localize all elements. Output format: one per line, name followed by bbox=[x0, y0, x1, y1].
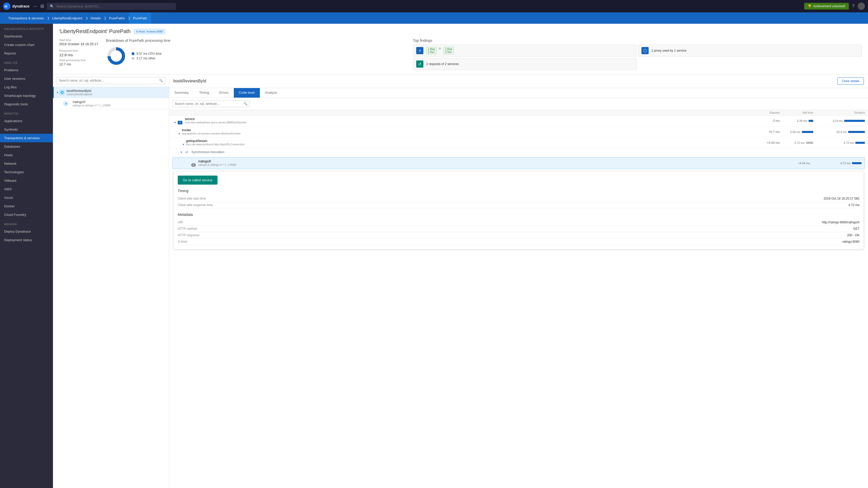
sidebar-item-create-custom-chart[interactable]: Create custom chart bbox=[0, 40, 53, 49]
user-avatar[interactable] bbox=[858, 3, 865, 10]
finding-card-proxy[interactable]: ⬡ 1 proxy used by 1 service bbox=[638, 45, 862, 57]
breadcrumb-liberty[interactable]: LibertyRestEndpoint bbox=[48, 12, 87, 24]
service-row-duration-val: 4.72 ms bbox=[840, 162, 850, 165]
tab-timing[interactable]: Timing bbox=[194, 88, 214, 98]
tree-search-input[interactable] bbox=[59, 79, 158, 83]
expand-icon-getinputstream[interactable]: ▾ bbox=[183, 143, 184, 146]
sidebar-item-technologies[interactable]: Technologies bbox=[0, 168, 53, 176]
sidebar-item-user-sessions[interactable]: User sessions bbox=[0, 74, 53, 83]
tab-code-level[interactable]: Code level bbox=[234, 88, 260, 98]
code-row-service[interactable]: ▾ S service com.ibm.websphere.jaxrs.serv… bbox=[169, 116, 868, 127]
tab-errors[interactable]: Errors bbox=[214, 88, 234, 98]
tree-item-text-ratings: /ratings/0 ratings.js ratings-v*-* [...]… bbox=[72, 100, 111, 107]
breadcrumb: Transactions & services LibertyRestEndpo… bbox=[0, 12, 868, 24]
col-header-name bbox=[172, 111, 754, 114]
uri-row: URI http://ratings:9080/ratings/0 bbox=[178, 219, 860, 226]
back-button[interactable]: ← bbox=[33, 4, 38, 9]
sidebar-item-deployment-status[interactable]: Deployment status bbox=[0, 236, 53, 244]
tab-summary[interactable]: Summary bbox=[169, 88, 194, 98]
legend-cpu-dot bbox=[132, 53, 134, 55]
page-title-row: 'LibertyRestEndpoint' PurePath X-Host: r… bbox=[59, 28, 862, 34]
sidebar-item-synthetic[interactable]: Synthetic bbox=[0, 125, 53, 134]
breadcrumb-purepath[interactable]: PurePath bbox=[129, 12, 151, 24]
search-bar[interactable]: 🔍 bbox=[47, 3, 176, 10]
invoke-class: org.apache.cxf.service.invoker.AbstractI… bbox=[182, 132, 241, 135]
page-meta-block: Start time 2018 October 18 16:25:17 Resp… bbox=[59, 38, 98, 66]
expand-icon-invoke[interactable]: ▾ bbox=[179, 132, 180, 135]
sidebar-item-aws[interactable]: AWS bbox=[0, 185, 53, 193]
split-panel: 🔍 ▾ 🌐 bookReviewsById LibertyRestEndpoin… bbox=[53, 74, 868, 488]
legend-other-dot bbox=[132, 57, 134, 60]
uri-label: URI bbox=[178, 221, 183, 224]
service-duration: 12.8 ms bbox=[813, 119, 865, 122]
finding-card-req1[interactable]: ≡ 1 Req1 Svc ⚙ 1 Req1 Svc bbox=[413, 45, 637, 57]
search-input[interactable] bbox=[56, 4, 173, 8]
getinputstream-selftime: 3.72 ms bbox=[780, 141, 813, 144]
sidebar-item-azure[interactable]: Azure bbox=[0, 193, 53, 202]
service-duration-val: 12.8 ms bbox=[832, 119, 843, 122]
breakdown-title: Breakdown of PurePath processing time bbox=[106, 38, 405, 43]
sidebar-item-deploy[interactable]: Deploy Dynatrace bbox=[0, 227, 53, 236]
sync-icon: ⇄ bbox=[185, 150, 188, 154]
invoke-name: invoke bbox=[182, 128, 241, 132]
sidebar-item-smartscape[interactable]: Smartscape topology bbox=[0, 91, 53, 100]
code-row-name-invoke: ▾ invoke org.apache.cxf.service.invoker.… bbox=[179, 128, 754, 135]
breadcrumb-transactions-services[interactable]: Transactions & services bbox=[4, 12, 48, 24]
expand-icon-service[interactable]: ▾ bbox=[175, 121, 176, 124]
page-header: 'LibertyRestEndpoint' PurePath X-Host: r… bbox=[53, 24, 868, 74]
sidebar-item-databases[interactable]: Databases bbox=[0, 142, 53, 151]
tree-item-ratings[interactable]: ⚙ /ratings/0 ratings.js ratings-v*-* [..… bbox=[53, 98, 169, 109]
client-start-row: Client-side start time 2018 Oct 18 16:25… bbox=[178, 195, 860, 202]
sidebar-item-docker[interactable]: Docker bbox=[0, 202, 53, 210]
app-logo[interactable]: dt dynatrace bbox=[3, 3, 29, 10]
code-row-getinputstream[interactable]: ▾ getInputStream sun.net.www.protocol.ht… bbox=[169, 137, 868, 148]
grid-icon[interactable]: ⊞ bbox=[40, 3, 44, 9]
tab-bar: Summary Timing Errors Code level Analyze bbox=[169, 88, 868, 98]
breadcrumb-details[interactable]: Details bbox=[87, 12, 105, 24]
invoke-selftime: 5.65 ms bbox=[780, 130, 813, 133]
sidebar-item-vmware[interactable]: VMware bbox=[0, 176, 53, 185]
svg-text:dt: dt bbox=[4, 5, 7, 8]
sidebar-section-monitor: Monitor Applications Synthetic Transacti… bbox=[0, 108, 53, 219]
getinputstream-duration-bar bbox=[855, 142, 865, 144]
http-method-label: HTTP method bbox=[178, 227, 197, 231]
tab-analyze[interactable]: Analyze bbox=[260, 88, 282, 98]
code-row-invoke[interactable]: ▾ invoke org.apache.cxf.service.invoker.… bbox=[169, 127, 868, 137]
invoke-duration-val: 10.4 ms bbox=[836, 130, 846, 133]
sidebar-item-log-files[interactable]: Log files bbox=[0, 83, 53, 91]
service-type-badge: S bbox=[178, 121, 182, 125]
sidebar-item-dashboards[interactable]: Dashboards bbox=[0, 32, 53, 40]
tree-item-name-bookreviews: bookReviewsById bbox=[67, 89, 92, 93]
sync-expand-icon[interactable]: ▾ bbox=[181, 151, 182, 154]
sidebar-item-diagnostic[interactable]: Diagnostic tools bbox=[0, 100, 53, 108]
sidebar-item-cloud-foundry[interactable]: Cloud Foundry bbox=[0, 210, 53, 219]
sidebar-item-problems[interactable]: Problems bbox=[0, 66, 53, 74]
timing-section: Timing Client-side start time 2018 Oct 1… bbox=[178, 189, 860, 208]
go-to-called-service-button[interactable]: Go to called service bbox=[178, 175, 218, 185]
tree-expand-icon[interactable]: ▾ bbox=[57, 91, 58, 94]
finding-card-requests[interactable]: ↺ 2 requests of 2 services bbox=[413, 58, 637, 70]
tree-item-sub-ratings: ratings.js ratings-v*-* [...]:9080 bbox=[72, 104, 111, 107]
service-selftime-bar bbox=[809, 120, 813, 122]
sidebar-item-network[interactable]: Network bbox=[0, 159, 53, 168]
tree-item-name-ratings: /ratings/0 bbox=[72, 100, 111, 104]
sidebar-item-applications[interactable]: Applications bbox=[0, 117, 53, 125]
breadcrumb-purepaths[interactable]: PurePaths bbox=[105, 12, 129, 24]
finding-requests-text: 2 requests of 2 services bbox=[426, 62, 459, 66]
code-search-input[interactable] bbox=[175, 102, 242, 106]
service-row-content: ⚙ /ratings/0 ratings.js ratings-v*-* [..… bbox=[176, 160, 758, 167]
sidebar-item-hosts[interactable]: Hosts bbox=[0, 151, 53, 159]
help-icon[interactable]: ? bbox=[852, 4, 855, 9]
finding-icon-requests: ↺ bbox=[416, 60, 424, 68]
service-elapsed: 0 ms bbox=[754, 119, 780, 123]
sidebar-item-reports[interactable]: Reports bbox=[0, 49, 53, 58]
service-row-highlight[interactable]: ⚙ /ratings/0 ratings.js ratings-v*-* [..… bbox=[172, 157, 865, 169]
tree-item-bookreviews[interactable]: ▾ 🌐 bookReviewsById LibertyRestEndpoint bbox=[53, 87, 169, 98]
finding-icon-proxy: ⬡ bbox=[642, 47, 649, 54]
sidebar-item-transactions[interactable]: Transactions & services bbox=[0, 134, 53, 142]
response-time-label: Response time bbox=[59, 49, 98, 52]
close-details-button[interactable]: Close details bbox=[837, 77, 864, 85]
tree-item-sub-bookreviews: LibertyRestEndpoint bbox=[67, 93, 92, 96]
sync-label: Synchronous invocation bbox=[191, 150, 224, 154]
getinputstream-name: getInputStream bbox=[186, 139, 245, 143]
